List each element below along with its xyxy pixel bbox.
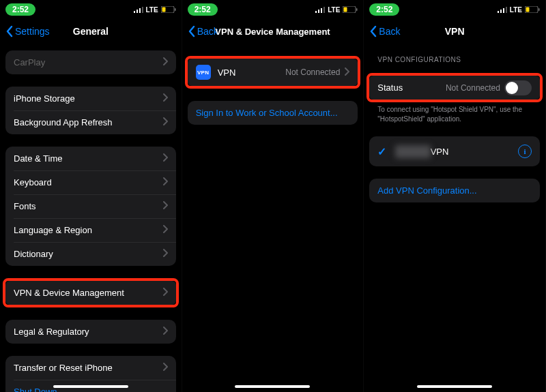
settings-list: CarPlay iPhone Storage Background App Re… xyxy=(0,44,182,392)
row-label: Language & Region xyxy=(14,225,162,235)
status-hint: To connect using "Hotspot Shield VPN", u… xyxy=(369,102,540,124)
svg-rect-3 xyxy=(142,7,143,13)
network-label: LTE xyxy=(146,6,158,14)
svg-rect-19 xyxy=(526,7,529,12)
row-fonts[interactable]: Fonts xyxy=(5,194,176,218)
row-signin-work-school[interactable]: Sign In to Work or School Account... xyxy=(188,101,358,125)
chevron-right-icon xyxy=(162,327,168,337)
row-dictionary[interactable]: Dictionary xyxy=(5,242,176,266)
status-right: LTE xyxy=(315,6,358,14)
row-label: iPhone Storage xyxy=(14,93,162,104)
vpn-device-list: VPN VPN Not Connected Sign In to Work or… xyxy=(182,44,364,392)
row-label: Status xyxy=(377,82,446,93)
chevron-right-icon xyxy=(162,177,168,187)
chevron-right-icon xyxy=(162,201,168,211)
svg-rect-5 xyxy=(162,7,165,12)
clock-pill: 2:52 xyxy=(5,3,35,16)
back-label: Back xyxy=(197,26,218,37)
chevron-right-icon xyxy=(162,363,168,373)
chevron-right-icon xyxy=(162,288,168,298)
row-vpn-config[interactable]: ✓ VPN i xyxy=(369,136,540,166)
row-label: Dictionary xyxy=(14,249,162,259)
back-button[interactable]: Settings xyxy=(5,25,50,37)
row-vpn[interactable]: VPN VPN Not Connected xyxy=(188,59,358,86)
row-keyboard[interactable]: Keyboard xyxy=(5,170,176,194)
nav-bar: Back VPN xyxy=(364,19,545,44)
row-vpn-device-management[interactable]: VPN & Device Management xyxy=(5,281,176,305)
home-indicator[interactable] xyxy=(417,385,492,388)
status-right: LTE xyxy=(134,6,176,14)
row-label: Sign In to Work or School Account... xyxy=(196,108,350,118)
status-value: Not Connected xyxy=(446,83,500,93)
row-label: Fonts xyxy=(14,201,162,211)
panel-general: 2:52 LTE Settings General CarPlay iP xyxy=(0,0,182,392)
chevron-right-icon xyxy=(162,153,168,164)
svg-rect-8 xyxy=(318,10,319,13)
vpn-config-list: VPN CONFIGURATIONS Status Not Connected … xyxy=(364,44,545,392)
row-label: Legal & Regulatory xyxy=(14,327,162,337)
home-indicator[interactable] xyxy=(235,385,310,388)
svg-rect-2 xyxy=(139,8,141,13)
chevron-right-icon xyxy=(162,249,168,259)
svg-rect-17 xyxy=(506,7,507,13)
vpn-app-icon: VPN xyxy=(196,65,211,80)
config-suffix: VPN xyxy=(431,147,449,157)
chevron-left-icon xyxy=(188,25,196,37)
status-bar: 2:52 LTE xyxy=(364,0,545,19)
home-indicator[interactable] xyxy=(53,385,128,388)
status-toggle[interactable] xyxy=(504,80,532,95)
row-label: Add VPN Configuration... xyxy=(377,185,532,196)
svg-rect-13 xyxy=(356,8,358,11)
highlight-status-row: Status Not Connected xyxy=(367,73,543,102)
svg-rect-9 xyxy=(321,8,322,13)
svg-rect-1 xyxy=(136,10,138,13)
svg-rect-7 xyxy=(315,11,317,13)
nav-bar: Back VPN & Device Management xyxy=(182,19,364,44)
back-button[interactable]: Back xyxy=(369,25,400,37)
svg-rect-20 xyxy=(538,8,540,11)
row-label: CarPlay xyxy=(14,57,162,67)
battery-icon xyxy=(161,6,176,13)
chevron-left-icon xyxy=(5,25,14,37)
row-background-app-refresh[interactable]: Background App Refresh xyxy=(5,110,176,134)
signal-icon xyxy=(498,6,507,13)
section-header: VPN CONFIGURATIONS xyxy=(369,44,540,66)
status-right: LTE xyxy=(498,6,540,14)
row-label: Keyboard xyxy=(14,177,162,187)
row-iphone-storage[interactable]: iPhone Storage xyxy=(5,87,176,110)
signal-icon xyxy=(134,6,143,13)
chevron-right-icon xyxy=(344,67,349,78)
row-add-vpn-config[interactable]: Add VPN Configuration... xyxy=(369,179,540,202)
checkmark-icon: ✓ xyxy=(377,145,388,158)
highlight-vpn-device: VPN & Device Management xyxy=(3,278,179,307)
row-label: Date & Time xyxy=(14,153,162,164)
svg-rect-12 xyxy=(344,7,347,12)
battery-icon xyxy=(525,6,540,13)
chevron-left-icon xyxy=(369,25,377,37)
svg-rect-6 xyxy=(175,8,176,11)
svg-rect-14 xyxy=(498,11,499,13)
clock-pill: 2:52 xyxy=(369,3,399,16)
highlight-vpn-row: VPN VPN Not Connected xyxy=(185,56,361,89)
network-label: LTE xyxy=(510,6,522,14)
svg-rect-15 xyxy=(500,10,502,13)
row-date-time[interactable]: Date & Time xyxy=(5,147,176,170)
redacted-text xyxy=(395,145,430,158)
row-legal-regulatory[interactable]: Legal & Regulatory xyxy=(5,320,176,344)
chevron-right-icon xyxy=(162,93,168,104)
nav-bar: Settings General xyxy=(0,19,182,44)
row-label: VPN xyxy=(218,67,286,78)
chevron-right-icon xyxy=(162,225,168,235)
back-button[interactable]: Back xyxy=(188,25,218,37)
row-label: Background App Refresh xyxy=(14,117,162,127)
row-carplay[interactable]: CarPlay xyxy=(5,50,176,74)
chevron-right-icon xyxy=(162,57,168,67)
row-language-region[interactable]: Language & Region xyxy=(5,218,176,242)
clock-pill: 2:52 xyxy=(188,3,218,16)
row-transfer-reset[interactable]: Transfer or Reset iPhone xyxy=(5,356,176,380)
chevron-right-icon xyxy=(162,117,168,127)
info-icon[interactable]: i xyxy=(518,145,532,158)
row-value: Not Connected xyxy=(285,67,340,77)
config-name: VPN xyxy=(395,147,513,157)
back-label: Back xyxy=(379,26,400,37)
